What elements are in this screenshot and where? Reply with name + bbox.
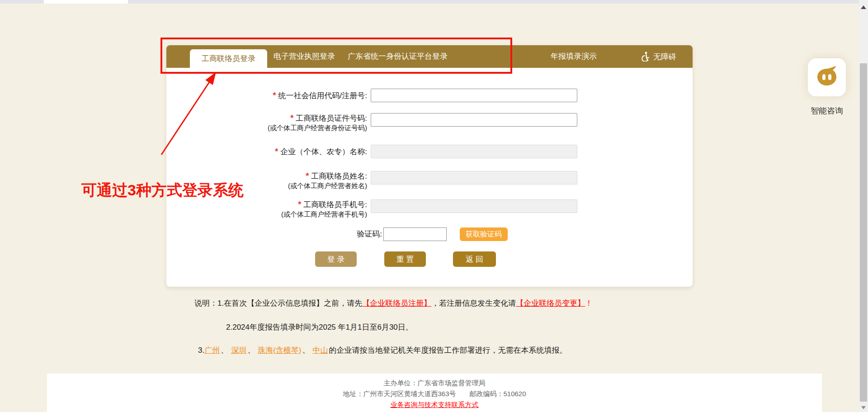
smart-consult-button[interactable] (808, 58, 846, 96)
required-asterisk: * (290, 114, 293, 123)
get-captcha-button[interactable]: 获取验证码 (460, 227, 508, 241)
support-contact-link[interactable]: 业务咨询与技术支持联系方式 (391, 399, 479, 410)
liaison-register-link[interactable]: 【企业联络员注册】 (362, 299, 431, 308)
note-line-1: 说明：1.在首次【企业公示信息填报】之前，请先【企业联络员注册】，若注册信息发生… (194, 298, 593, 308)
field-row-liaison-phone: *工商联络员手机号: (或个体工商户经营者手机号) (166, 199, 693, 218)
reset-button[interactable]: 重 置 (384, 251, 426, 267)
liaison-phone-input[interactable] (371, 199, 577, 213)
note1-suffix: ！ (585, 299, 593, 308)
city-link-shenzhen[interactable]: 深圳 (231, 346, 246, 355)
note3-prefix: 3. (198, 346, 204, 355)
footer-address-line: 地址：广州市天河区黄埔大道西363号邮政编码：510620 (47, 388, 822, 399)
scrollbar-thumb[interactable] (860, 63, 867, 402)
liaison-phone-label: *工商联络员手机号: (或个体工商户经营者手机号) (166, 199, 367, 218)
page-footer: 主办单位：广东省市场监督管理局 地址：广州市天河区黄埔大道西363号邮政编码：5… (47, 374, 822, 412)
note1-mid: ，若注册信息发生变化请 (431, 299, 516, 308)
scrollbar[interactable] (859, 0, 868, 412)
captcha-row: 验证码: 获取验证码 (166, 227, 693, 241)
note-line-3: 3.广州、深圳、珠海(含横琴)、中山的企业请按当地登记机关年度报告工作部署进行，… (198, 345, 567, 355)
scrollbar-down-arrow-icon[interactable] (861, 406, 866, 409)
liaison-id-input[interactable] (371, 113, 577, 127)
tab-e-business-license-login[interactable]: 电子营业执照登录 (267, 45, 341, 68)
smart-consult-label: 智能咨询 (803, 105, 851, 116)
scrollbar-up-arrow-icon[interactable] (861, 5, 866, 9)
login-form: *统一社会信用代码/注册号: *工商联络员证件号码: (或个体工商户经营者身份证… (166, 68, 693, 287)
required-asterisk: * (306, 171, 309, 180)
login-panel: 工商联络员登录 电子营业执照登录 广东省统一身份认证平台登录 年报填录演示 无障… (166, 45, 693, 287)
enterprise-name-input[interactable] (371, 145, 577, 158)
accessibility-button[interactable]: 无障碍 (641, 45, 676, 68)
liaison-id-label: *工商联络员证件号码: (或个体工商户经营者身份证号码) (166, 113, 367, 132)
field-row-liaison-name: *工商联络员姓名: (或个体工商户经营者姓名) (166, 171, 693, 190)
credit-code-input[interactable] (371, 89, 577, 102)
enterprise-name-label: *企业（个体、农专）名称: (166, 145, 367, 158)
city-separator: 、 (221, 346, 228, 355)
required-asterisk: * (298, 200, 301, 209)
top-browser-band (0, 0, 868, 4)
captcha-label: 验证码: (166, 227, 382, 241)
captcha-input[interactable] (383, 227, 447, 241)
tab-guangdong-unified-identity-login[interactable]: 广东省统一身份认证平台登录 (341, 45, 454, 68)
field-row-enterprise-name: *企业（个体、农专）名称: (166, 145, 693, 158)
annotation-note-text: 可通过3种方式登录系统 (81, 180, 244, 201)
liaison-name-input[interactable] (371, 171, 577, 185)
city-separator: 、 (302, 346, 310, 355)
liaison-change-link[interactable]: 【企业联络员变更】 (516, 299, 585, 308)
accessibility-label: 无障碍 (653, 52, 676, 62)
city-link-zhongshan[interactable]: 中山 (313, 346, 328, 355)
city-link-zhuhai[interactable]: 珠海(含横琴) (258, 346, 301, 355)
top-band-segment (44, 0, 128, 4)
chat-bubble-icon (815, 66, 839, 89)
field-row-credit-code: *统一社会信用代码/注册号: (166, 89, 693, 102)
tab-annual-report-demo[interactable]: 年报填录演示 (544, 45, 603, 68)
tab-business-liaison-login[interactable]: 工商联络员登录 (190, 49, 267, 68)
note3-suffix: 的企业请按当地登记机关年度报告工作部署进行，无需在本系统填报。 (329, 346, 567, 355)
note-line-2: 2.2024年度报告填录时间为2025 年1月1日至6月30日。 (226, 322, 413, 332)
back-button[interactable]: 返 回 (453, 251, 496, 267)
field-row-liaison-id: *工商联络员证件号码: (或个体工商户经营者身份证号码) (166, 113, 693, 132)
login-tab-bar: 工商联络员登录 电子营业执照登录 广东省统一身份认证平台登录 年报填录演示 无障… (166, 45, 693, 68)
footer-address: 地址：广州市天河区黄埔大道西363号 (343, 390, 456, 398)
required-asterisk: * (273, 91, 276, 100)
required-asterisk: * (275, 147, 278, 156)
city-link-guangzhou[interactable]: 广州 (204, 346, 220, 355)
city-separator: 、 (247, 346, 255, 355)
credit-code-label: *统一社会信用代码/注册号: (166, 89, 367, 102)
footer-organizer: 主办单位：广东省市场监督管理局 (47, 378, 822, 388)
note1-prefix: 说明：1.在首次【企业公示信息填报】之前，请先 (194, 299, 362, 308)
footer-postcode: 邮政编码：510620 (469, 390, 526, 398)
login-button[interactable]: 登 录 (315, 251, 357, 267)
wheelchair-icon (641, 52, 650, 62)
